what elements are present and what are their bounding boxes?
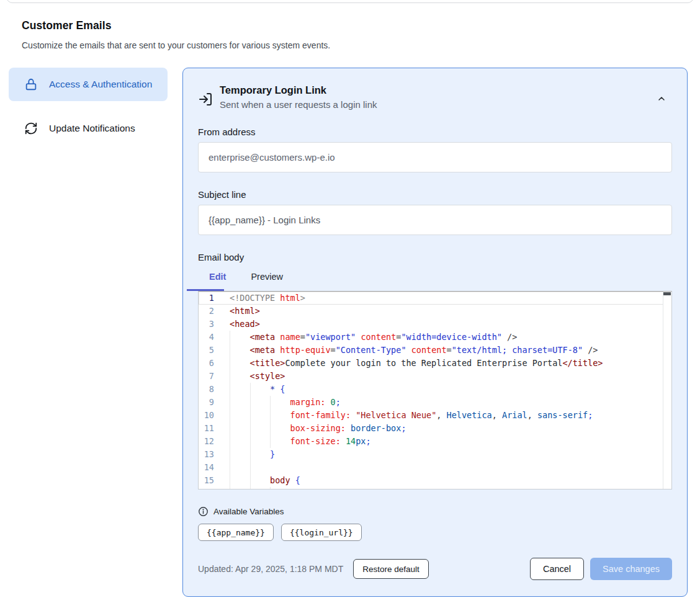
line-number: 13	[199, 448, 214, 461]
indent-guide	[270, 422, 271, 435]
code-line[interactable]: 10 font-family: "Helvetica Neue", Helvet…	[199, 409, 671, 422]
line-number: 4	[199, 331, 214, 344]
subject-line-label: Subject line	[198, 189, 672, 200]
line-number: 11	[199, 422, 214, 435]
save-changes-button[interactable]: Save changes	[590, 558, 672, 580]
editor-scrollbar[interactable]	[663, 292, 671, 489]
email-body-tabs-wrap: Edit Preview 1<!DOCTYPE html>2<html>3<he…	[198, 272, 672, 490]
indent-guide	[250, 487, 251, 490]
sidebar-item-access-authentication[interactable]: Access & Authentication	[9, 68, 168, 101]
refresh-icon	[24, 121, 38, 136]
code-editor[interactable]: 1<!DOCTYPE html>2<html>3<head>4 <meta na…	[198, 291, 672, 490]
code-line[interactable]: 2<html>	[199, 305, 671, 318]
line-number: 14	[199, 461, 214, 474]
variable-chip-login-url[interactable]: {{login_url}}	[281, 524, 362, 541]
indent-guide	[230, 344, 230, 357]
indent-guide	[230, 448, 230, 461]
from-address-input[interactable]	[198, 142, 672, 172]
line-number: 7	[199, 370, 214, 383]
code-line[interactable]: 6 <title>Complete your login to the Repl…	[199, 357, 671, 370]
indent-guide	[250, 474, 251, 487]
line-number: 3	[199, 318, 214, 331]
chevron-up-icon	[657, 94, 666, 104]
code-editor-lines: 1<!DOCTYPE html>2<html>3<head>4 <meta na…	[199, 292, 671, 490]
sidebar-item-label: Access & Authentication	[49, 77, 152, 92]
panel-title: Temporary Login Link	[220, 84, 377, 96]
editor-scrollbar-thumb[interactable]	[663, 292, 671, 295]
code-line[interactable]: 15 body {	[199, 474, 671, 487]
code-line[interactable]: 14	[199, 461, 671, 474]
indent-guide	[250, 396, 251, 409]
sidebar-item-label: Update Notifications	[49, 121, 135, 136]
code-text: <style>	[214, 370, 285, 383]
email-body-tabs: Edit Preview	[198, 272, 672, 291]
code-line[interactable]: 8 * {	[199, 383, 671, 396]
page-header: Customer Emails Customize the emails tha…	[0, 0, 700, 50]
panel-subtitle: Sent when a user requests a login link	[220, 99, 377, 110]
line-number: 12	[199, 435, 214, 448]
restore-default-button[interactable]: Restore default	[353, 559, 429, 579]
line-number: 1	[199, 292, 214, 305]
indent-guide	[230, 435, 230, 448]
footer-actions: Cancel Save changes	[530, 558, 672, 580]
indent-guide	[250, 383, 251, 396]
updated-timestamp: Updated: Apr 29, 2025, 1:18 PM MDT	[198, 564, 343, 574]
code-line[interactable]: 4 <meta name="viewport" content="width=d…	[199, 331, 671, 344]
indent-guide	[230, 370, 230, 383]
tab-edit[interactable]: Edit	[209, 272, 226, 282]
line-number: 9	[199, 396, 214, 409]
code-line[interactable]: 7 <style>	[199, 370, 671, 383]
code-line[interactable]: 16 background-color: #f6f9fc;	[199, 487, 671, 490]
indent-guide	[270, 396, 271, 409]
line-number: 10	[199, 409, 214, 422]
indent-guide	[250, 448, 251, 461]
panel-footer: Updated: Apr 29, 2025, 1:18 PM MDT Resto…	[198, 558, 672, 580]
available-variables-header: Available Variables	[198, 506, 672, 517]
code-text: <html>	[214, 305, 260, 318]
code-text: font-size: 14px;	[214, 435, 371, 448]
content-area: Access & Authentication Update Notificat…	[9, 68, 688, 597]
code-line[interactable]: 12 font-size: 14px;	[199, 435, 671, 448]
code-text: }	[214, 448, 275, 461]
code-line[interactable]: 1<!DOCTYPE html>	[199, 292, 671, 305]
page-description: Customize the emails that are sent to yo…	[22, 40, 700, 50]
email-body-label: Email body	[198, 252, 672, 262]
code-line[interactable]: 3<head>	[199, 318, 671, 331]
indent-guide	[270, 487, 271, 490]
code-line[interactable]: 9 margin: 0;	[199, 396, 671, 409]
code-line[interactable]: 5 <meta http-equiv="Content-Type" conten…	[199, 344, 671, 357]
indent-guide	[250, 422, 251, 435]
code-text: background-color: #f6f9fc;	[214, 487, 421, 490]
code-line[interactable]: 11 box-sizing: border-box;	[199, 422, 671, 435]
from-address-label: From address	[198, 127, 672, 137]
code-line[interactable]: 13 }	[199, 448, 671, 461]
indent-guide	[230, 396, 230, 409]
sidebar-item-update-notifications[interactable]: Update Notifications	[9, 112, 168, 145]
available-variables-label: Available Variables	[213, 507, 284, 516]
line-number: 6	[199, 357, 214, 370]
line-number: 8	[199, 383, 214, 396]
code-text: <meta name="viewport" content="width=dev…	[214, 331, 517, 344]
code-text: <!DOCTYPE html>	[214, 292, 305, 305]
panel-header: Temporary Login Link Sent when a user re…	[198, 84, 672, 110]
line-number: 5	[199, 344, 214, 357]
indent-guide	[230, 422, 230, 435]
page-title: Customer Emails	[22, 19, 700, 32]
code-text: box-sizing: border-box;	[214, 422, 406, 435]
cancel-button[interactable]: Cancel	[530, 558, 584, 580]
code-text: <title>Complete your login to the Replic…	[214, 357, 603, 370]
indent-guide	[230, 383, 230, 396]
code-text: font-family: "Helvetica Neue", Helvetica…	[214, 409, 593, 422]
variable-chip-app-name[interactable]: {{app_name}}	[198, 524, 274, 541]
indent-guide	[230, 461, 230, 474]
indent-guide	[230, 409, 230, 422]
collapse-button[interactable]	[653, 92, 670, 105]
previous-card-bottom-edge	[6, 0, 694, 3]
subject-line-input[interactable]	[198, 205, 672, 235]
indent-guide	[270, 409, 271, 422]
code-text: <meta http-equiv="Content-Type" content=…	[214, 344, 598, 357]
line-number: 16	[199, 487, 214, 490]
tab-preview[interactable]: Preview	[251, 272, 283, 282]
code-text: margin: 0;	[214, 396, 341, 409]
indent-guide	[230, 487, 230, 490]
